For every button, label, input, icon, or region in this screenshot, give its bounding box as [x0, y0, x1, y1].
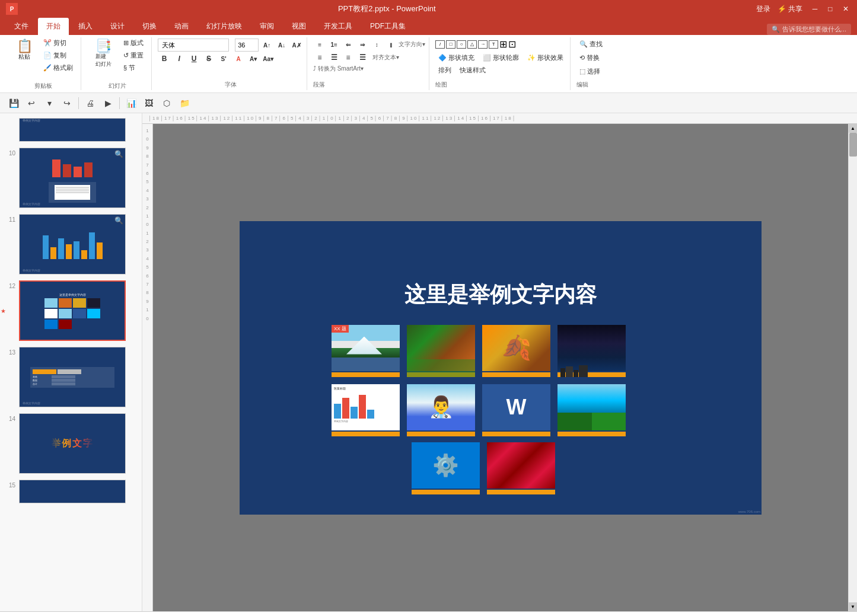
- rect-shape[interactable]: □: [446, 40, 455, 49]
- scroll-down-btn[interactable]: ▼: [849, 602, 857, 611]
- text-direction-btn[interactable]: 文字方向▾: [399, 40, 425, 49]
- img-mountain-cell[interactable]: XX 题: [332, 325, 400, 377]
- print-preview-btn[interactable]: 🖨: [82, 95, 98, 111]
- columns-btn[interactable]: ⫿: [384, 39, 397, 50]
- scroll-thumb[interactable]: [849, 133, 857, 157]
- undo-arrow-btn[interactable]: ▾: [42, 95, 57, 111]
- window-controls[interactable]: ─ □ ✕: [810, 4, 851, 14]
- insert-chart-btn[interactable]: 📊: [123, 95, 139, 111]
- share-btn[interactable]: ⚡ 共享: [778, 4, 802, 14]
- italic-btn[interactable]: I: [173, 53, 186, 65]
- tab-design[interactable]: 设计: [102, 18, 133, 35]
- slide-thumb-15[interactable]: 15: [3, 478, 139, 505]
- tab-insert[interactable]: 插入: [70, 18, 101, 35]
- arrange-btn[interactable]: ⊡: [508, 39, 516, 50]
- decrease-font-btn[interactable]: A↓: [275, 39, 288, 51]
- notes-area[interactable]: 单击此处添加备注: [0, 611, 857, 616]
- strikethrough-btn[interactable]: S: [202, 53, 215, 65]
- tab-review[interactable]: 审阅: [251, 18, 282, 35]
- quick-styles-btn[interactable]: 快速样式: [457, 65, 489, 76]
- img-office-cell[interactable]: ⚙️: [412, 442, 480, 494]
- shape-outline-btn[interactable]: ⬜ 形状轮廓: [480, 52, 522, 63]
- img-leaf-cell[interactable]: 🍂: [482, 325, 550, 377]
- save-btn[interactable]: 💾: [6, 95, 21, 111]
- save2-btn[interactable]: 📁: [177, 95, 192, 111]
- bold-btn[interactable]: B: [158, 53, 171, 65]
- tab-view[interactable]: 视图: [283, 18, 314, 35]
- img-ocean-cell[interactable]: [557, 384, 626, 436]
- copy-btn[interactable]: 📄 复制: [40, 50, 76, 61]
- img-doctor-cell[interactable]: 👨‍⚕️: [407, 384, 475, 436]
- insert-shape2-btn[interactable]: ⬡: [159, 95, 174, 111]
- maximize-btn[interactable]: □: [825, 4, 836, 14]
- from-start-btn[interactable]: ▶: [100, 95, 116, 111]
- slide-thumb-14[interactable]: 14 举例文字: [3, 411, 139, 475]
- clear-format-btn[interactable]: A✗: [290, 39, 303, 51]
- slide-thumb-13[interactable]: 13 表格 数据: [3, 345, 139, 409]
- underline-btn[interactable]: U: [187, 53, 200, 65]
- insert-image-btn[interactable]: 🖼: [141, 95, 157, 111]
- img-fabric-cell[interactable]: [487, 442, 555, 494]
- tab-transition[interactable]: 切换: [134, 18, 165, 35]
- search-box[interactable]: 🔍 告诉我您想要做什么...: [767, 24, 851, 35]
- line-spacing-btn[interactable]: ↕: [370, 39, 383, 50]
- tab-pdf[interactable]: PDF工具集: [362, 18, 414, 35]
- new-slide-btn[interactable]: 📑 新建幻灯片: [88, 37, 118, 71]
- align-left-btn[interactable]: ≡: [313, 52, 326, 63]
- number-list-btn[interactable]: 1≡: [327, 39, 340, 50]
- tab-animation[interactable]: 动画: [166, 18, 197, 35]
- align-text-btn[interactable]: 对齐文本▾: [372, 53, 399, 62]
- increase-indent-btn[interactable]: ⇒: [356, 39, 369, 50]
- slide-thumb-12[interactable]: ★ 12 这里是举例文字内容: [3, 279, 139, 343]
- line-shape[interactable]: /: [435, 40, 445, 49]
- more-shapes-btn[interactable]: ⊞: [499, 39, 507, 50]
- oval-shape[interactable]: ○: [457, 40, 466, 49]
- tab-slideshow[interactable]: 幻灯片放映: [198, 18, 250, 35]
- reset-btn[interactable]: ↺ 重置: [120, 50, 146, 61]
- shape-effect-btn[interactable]: ✨ 形状效果: [524, 52, 566, 63]
- find-btn[interactable]: 🔍 查找: [576, 39, 606, 50]
- font-highlight-btn[interactable]: A▾: [247, 53, 260, 65]
- font-color-btn[interactable]: A: [232, 53, 245, 65]
- img-chart-cell[interactable]: 医案标题 举例文字内容: [332, 384, 400, 436]
- font-size-box[interactable]: 36: [235, 39, 259, 52]
- arrow-shape[interactable]: →: [478, 40, 488, 49]
- format-painter-btn[interactable]: 🖌️ 格式刷: [40, 62, 76, 74]
- shadow-btn[interactable]: S': [217, 53, 230, 65]
- undo-btn[interactable]: ↩: [24, 95, 39, 111]
- tab-file[interactable]: 文件: [6, 18, 37, 35]
- cut-btn[interactable]: ✂️ 剪切: [40, 37, 76, 49]
- justify-btn[interactable]: ☰: [356, 52, 369, 63]
- replace-btn[interactable]: ⟲ 替换: [576, 52, 606, 63]
- login-btn[interactable]: 登录: [756, 4, 770, 14]
- bullet-list-btn[interactable]: ≡: [313, 39, 326, 50]
- arrange-large-btn[interactable]: 排列: [435, 65, 454, 76]
- tab-home[interactable]: 开始: [38, 18, 69, 35]
- close-btn[interactable]: ✕: [840, 4, 851, 14]
- shape-fill-btn[interactable]: 🔷 形状填充: [435, 52, 477, 63]
- slide-panel[interactable]: 举例文字内容 10: [0, 113, 142, 611]
- textbox-shape[interactable]: T: [489, 40, 498, 49]
- section-btn[interactable]: § 节: [120, 62, 146, 74]
- layout-btn[interactable]: ⊞ 版式: [120, 37, 146, 49]
- slide-10-search-icon[interactable]: 🔍: [114, 150, 123, 158]
- decrease-indent-btn[interactable]: ⇐: [342, 39, 355, 50]
- paste-btn[interactable]: 📋 粘贴: [11, 37, 38, 63]
- font-size-aa-btn[interactable]: Aa▾: [262, 53, 275, 65]
- scrollbar-vertical[interactable]: ▲ ▼: [848, 124, 857, 611]
- align-center-btn[interactable]: ☰: [327, 52, 340, 63]
- slide-canvas[interactable]: 这里是举例文字内容 XX 题: [153, 124, 848, 611]
- scroll-up-btn[interactable]: ▲: [849, 124, 857, 133]
- slide-11-search-icon[interactable]: 🔍: [114, 216, 123, 225]
- select-btn[interactable]: ⬚ 选择: [576, 66, 606, 77]
- img-night-cell[interactable]: [557, 325, 626, 377]
- img-forest-cell[interactable]: [407, 325, 475, 377]
- increase-font-btn[interactable]: A↑: [260, 39, 273, 51]
- convert-smartart-btn[interactable]: ⤴ 转换为 SmartArt▾: [313, 65, 364, 73]
- minimize-btn[interactable]: ─: [810, 4, 820, 14]
- font-name-box[interactable]: 天体: [158, 39, 229, 52]
- slide-thumb-9[interactable]: 举例文字内容: [3, 116, 139, 143]
- triangle-shape[interactable]: △: [467, 40, 477, 49]
- tab-developer[interactable]: 开发工具: [316, 18, 361, 35]
- slide-thumb-11[interactable]: 11 举例文字内容 🔍: [3, 212, 139, 276]
